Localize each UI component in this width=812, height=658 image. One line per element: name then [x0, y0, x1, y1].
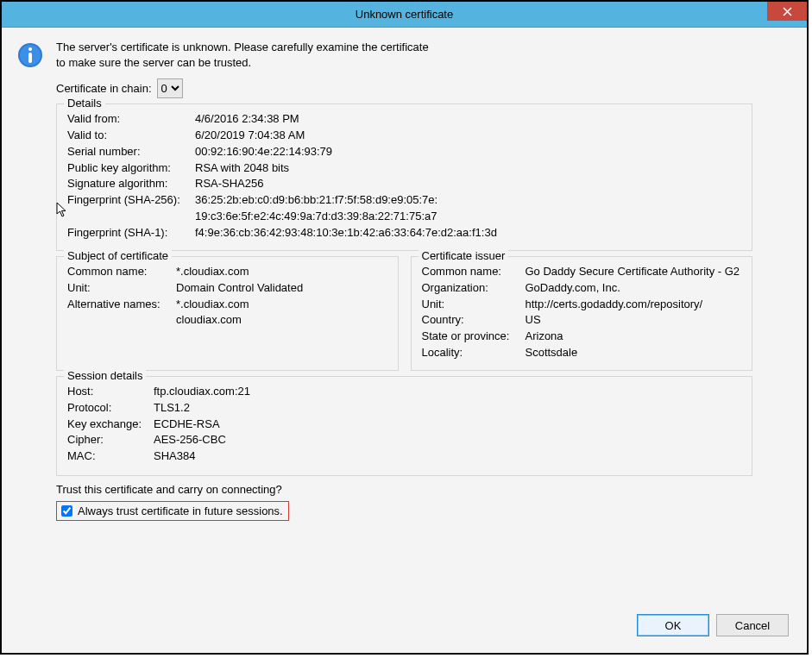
v-subj-unit: Domain Control Validated: [176, 280, 303, 297]
k-serial: Serial number:: [67, 144, 195, 160]
close-button[interactable]: [767, 2, 807, 21]
k-iss-unit: Unit:: [422, 297, 526, 313]
cancel-button[interactable]: Cancel: [716, 614, 789, 636]
legend-issuer: Certificate issuer: [419, 249, 509, 262]
svg-rect-3: [28, 53, 32, 63]
legend-details: Details: [64, 97, 105, 110]
k-iss-loc: Locality:: [422, 345, 526, 361]
always-trust-label: Always trust certificate in future sessi…: [78, 504, 283, 517]
k-sess-kex: Key exchange:: [67, 417, 154, 433]
group-details: Details Valid from:4/6/2016 2:34:38 PM V…: [56, 103, 752, 251]
k-iss-cn: Common name:: [422, 264, 526, 280]
dialog-body: The server's certificate is unknown. Ple…: [3, 28, 806, 652]
k-sess-mac: MAC:: [67, 448, 154, 465]
v-subj-cn: *.cloudiax.com: [176, 264, 249, 280]
dialog-frame: Unknown certificate The server's certifi: [0, 0, 809, 655]
intro-line-2: to make sure the server can be trusted.: [56, 55, 429, 71]
k-subj-cn: Common name:: [67, 264, 176, 280]
v-iss-unit: http://certs.godaddy.com/repository/: [526, 297, 703, 313]
k-pubkey: Public key algorithm:: [67, 160, 195, 177]
svg-point-2: [28, 47, 32, 51]
trust-question: Trust this certificate and carry on conn…: [56, 483, 792, 496]
v-valid-to: 6/20/2019 7:04:38 AM: [195, 128, 305, 144]
always-trust-row[interactable]: Always trust certificate in future sessi…: [56, 501, 289, 521]
v-iss-loc: Scottsdale: [526, 345, 578, 361]
chain-select[interactable]: 0: [157, 78, 183, 98]
title-bar: Unknown certificate: [2, 2, 807, 28]
v-iss-ctry: US: [526, 312, 541, 329]
k-sess-host: Host:: [67, 384, 154, 400]
always-trust-checkbox[interactable]: [61, 505, 72, 517]
legend-session: Session details: [64, 369, 146, 382]
k-fp1: Fingerprint (SHA-1):: [67, 225, 195, 241]
v-serial: 00:92:16:90:4e:22:14:93:79: [195, 144, 332, 160]
v-sess-mac: SHA384: [154, 448, 195, 465]
k-valid-from: Valid from:: [67, 111, 195, 128]
trust-section: Trust this certificate and carry on conn…: [56, 483, 792, 521]
intro-row: The server's certificate is unknown. Ple…: [16, 40, 792, 70]
ok-button[interactable]: OK: [637, 614, 709, 636]
group-issuer: Certificate issuer Common name:Go Daddy …: [411, 256, 753, 371]
legend-subject: Subject of certificate: [64, 249, 172, 262]
k-sess-prot: Protocol:: [67, 400, 154, 417]
chain-label: Certificate in chain:: [56, 82, 152, 95]
v-iss-cn: Go Daddy Secure Certificate Authority - …: [526, 264, 740, 280]
v-valid-from: 4/6/2016 2:34:38 PM: [195, 111, 299, 128]
group-session: Session details Host:ftp.cloudiax.com:21…: [56, 376, 752, 476]
intro-line-1: The server's certificate is unknown. Ple…: [56, 40, 429, 55]
v-sig: RSA-SHA256: [195, 176, 263, 192]
k-subj-alt: Alternative names:: [67, 297, 176, 329]
window-title: Unknown certificate: [2, 2, 807, 27]
k-subj-unit: Unit:: [67, 280, 176, 297]
group-subject: Subject of certificate Common name:*.clo…: [56, 256, 399, 371]
k-sess-ciph: Cipher:: [67, 432, 154, 448]
v-iss-org: GoDaddy.com, Inc.: [526, 280, 620, 297]
v-sess-prot: TLS1.2: [154, 400, 190, 417]
k-iss-prov: State or province:: [422, 329, 526, 345]
v-fp256: 36:25:2b:eb:c0:d9:b6:bb:21:f7:5f:58:d9:e…: [195, 192, 437, 225]
k-iss-org: Organization:: [422, 280, 526, 297]
v-sess-kex: ECDHE-RSA: [154, 417, 220, 433]
k-iss-ctry: Country:: [422, 312, 526, 329]
k-fp256: Fingerprint (SHA-256):: [67, 192, 195, 225]
v-sess-ciph: AES-256-CBC: [154, 432, 226, 448]
k-sig: Signature algorithm:: [67, 176, 195, 192]
v-fp1: f4:9e:36:cb:36:42:93:48:10:3e:1b:42:a6:3…: [195, 225, 497, 241]
info-icon: [16, 41, 44, 69]
v-pubkey: RSA with 2048 bits: [195, 160, 289, 177]
v-subj-alt: *.cloudiax.com cloudiax.com: [176, 297, 249, 329]
v-iss-prov: Arizona: [526, 329, 563, 345]
v-sess-host: ftp.cloudiax.com:21: [154, 384, 250, 400]
intro-text: The server's certificate is unknown. Ple…: [56, 40, 429, 70]
k-valid-to: Valid to:: [67, 128, 195, 144]
close-icon: [783, 7, 792, 16]
